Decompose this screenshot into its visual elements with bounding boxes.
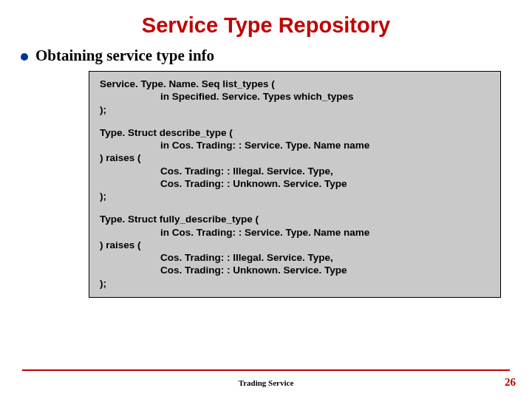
bullet-item: Obtaining service type info	[21, 47, 510, 65]
code-line: ) raises (	[100, 152, 141, 163]
code-line: in Cos. Trading: : Service. Type. Name n…	[100, 139, 490, 151]
bullet-text: Obtaining service type info	[35, 47, 214, 65]
code-signature-list-types: Service. Type. Name. Seq list_types ( in…	[100, 78, 490, 116]
code-line: Cos. Trading: : Illegal. Service. Type,	[100, 251, 490, 264]
code-line: );	[100, 104, 106, 115]
code-line: Cos. Trading: : Unknown. Service. Type	[100, 177, 490, 190]
code-signature-fully-describe-type: Type. Struct fully_describe_type ( in Co…	[100, 213, 490, 290]
footer-label: Trading Service	[0, 378, 532, 387]
code-block: Service. Type. Name. Seq list_types ( in…	[89, 71, 501, 298]
code-line: Cos. Trading: : Illegal. Service. Type,	[100, 165, 490, 177]
page-title: Service Type Repository	[22, 13, 510, 38]
code-line: );	[100, 278, 106, 289]
slide: Service Type Repository Obtaining servic…	[0, 0, 532, 399]
code-line: Service. Type. Name. Seq list_types (	[100, 78, 275, 89]
code-line: );	[100, 191, 106, 202]
code-line: ) raises (	[100, 239, 141, 250]
code-line: in Specified. Service. Types which_types	[100, 90, 490, 103]
code-line: in Cos. Trading: : Service. Type. Name n…	[100, 226, 490, 239]
code-line: Type. Struct describe_type (	[100, 127, 233, 138]
code-line: Type. Struct fully_describe_type (	[100, 214, 259, 225]
code-signature-describe-type: Type. Struct describe_type ( in Cos. Tra…	[100, 126, 490, 203]
code-line: Cos. Trading: : Unknown. Service. Type	[100, 264, 490, 276]
page-number: 26	[505, 376, 516, 389]
bullet-dot-icon	[21, 53, 28, 61]
divider	[22, 369, 510, 371]
